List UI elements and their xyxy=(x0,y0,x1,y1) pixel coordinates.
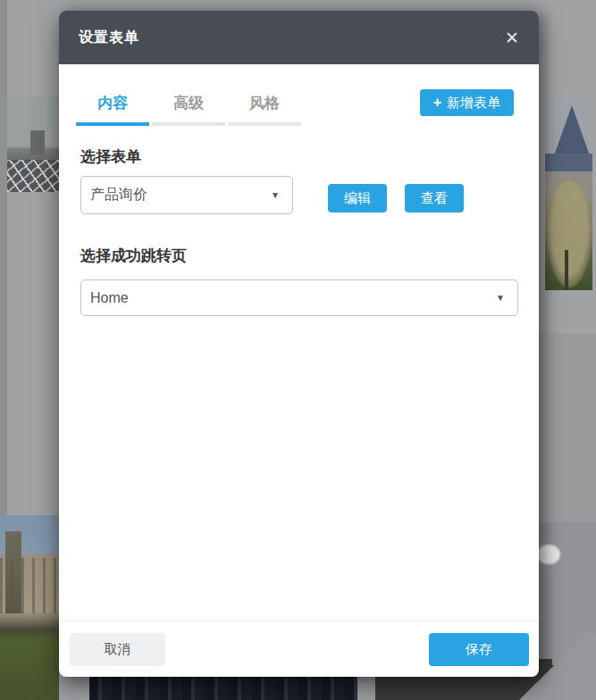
dialog-footer: 取消 保存 xyxy=(59,621,539,677)
colonnade-texture xyxy=(0,558,59,613)
chevron-down-icon: ▼ xyxy=(271,190,280,200)
building-silhouette xyxy=(30,130,45,155)
cancel-button[interactable]: 取消 xyxy=(70,633,165,666)
tab-bar: 内容 高级 风格 xyxy=(76,89,304,126)
background-photo-night-bridge xyxy=(89,675,357,700)
tab-advanced[interactable]: 高级 xyxy=(152,89,225,126)
redirect-page-heading: 选择成功跳转页 xyxy=(80,246,187,266)
plus-icon: + xyxy=(433,95,441,111)
form-select-value: 产品询价 xyxy=(90,186,271,204)
view-button[interactable]: 查看 xyxy=(405,184,464,212)
castle-tree xyxy=(547,180,592,288)
close-icon[interactable]: ✕ xyxy=(505,29,519,46)
edit-button[interactable]: 编辑 xyxy=(328,184,387,212)
select-form-heading: 选择表单 xyxy=(80,146,141,167)
castle-spire xyxy=(552,105,592,161)
background-photo-bridge-lattice xyxy=(7,96,59,192)
save-button[interactable]: 保存 xyxy=(429,633,529,666)
form-settings-dialog: 设置表单 ✕ 内容 高级 风格 + 新增表单 选择表单 产品询价 ▼ 编辑 查看… xyxy=(59,11,539,677)
castle-roof xyxy=(545,154,592,171)
form-select[interactable]: 产品询价 ▼ xyxy=(80,176,293,214)
background-photo-castle xyxy=(545,98,592,290)
add-form-button-label: 新增表单 xyxy=(447,95,500,112)
dialog-title: 设置表单 xyxy=(79,29,139,47)
lattice-beams xyxy=(7,160,59,192)
background-pill-highlight xyxy=(537,545,560,564)
dialog-header: 设置表单 ✕ xyxy=(59,11,539,64)
redirect-page-select-value: Home xyxy=(90,290,496,306)
background-shade-upper xyxy=(539,333,596,522)
tab-style[interactable]: 风格 xyxy=(228,89,301,126)
background-photo-museum xyxy=(0,515,59,700)
add-form-button[interactable]: + 新增表单 xyxy=(420,89,514,116)
redirect-page-select[interactable]: Home ▼ xyxy=(80,279,518,316)
tab-content[interactable]: 内容 xyxy=(76,89,149,126)
chevron-down-icon: ▼ xyxy=(496,293,505,303)
castle-tree-trunk xyxy=(565,250,568,290)
